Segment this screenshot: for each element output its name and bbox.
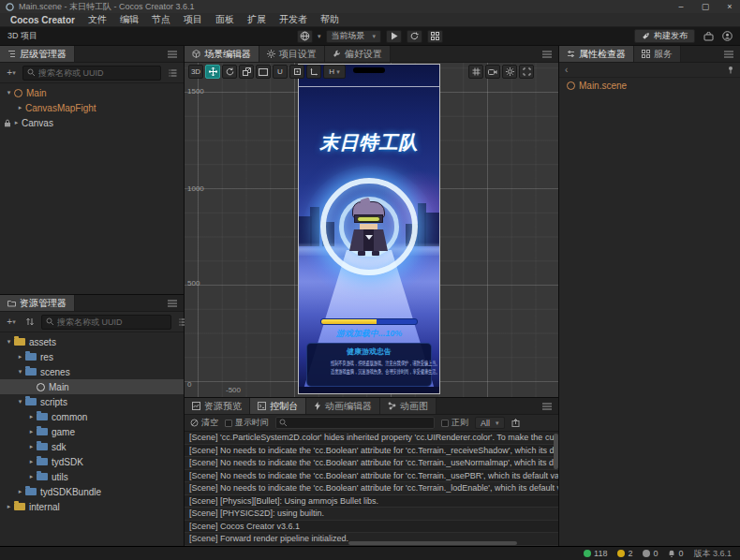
create-node-button[interactable]: +▾: [4, 66, 19, 81]
tree-arrow-icon[interactable]: ▸: [26, 413, 37, 420]
asset-row-sdk[interactable]: ▸sdk: [0, 439, 184, 454]
tab-animation-editor[interactable]: 动画编辑器: [306, 398, 380, 414]
asset-row-tydsdk[interactable]: ▸tydSDK: [0, 454, 184, 469]
tree-arrow-icon[interactable]: ▸: [26, 428, 37, 435]
log-row[interactable]: [Scene] [Physics][Bullet]: Using ammojs …: [185, 495, 558, 508]
tab-menu-button[interactable]: [536, 398, 558, 414]
pivot-mode-button[interactable]: [289, 65, 304, 79]
hierarchy-menu-button[interactable]: [161, 46, 184, 62]
notification-count[interactable]: 0: [668, 549, 683, 558]
menu-item-cocos-creator[interactable]: Cocos Creator: [4, 13, 81, 26]
warning-count[interactable]: 2: [617, 549, 632, 558]
asset-row-utils[interactable]: ▸utils: [0, 469, 184, 484]
nav-back-button[interactable]: ‹: [565, 65, 568, 75]
tab-preferences[interactable]: 偏好设置: [325, 46, 391, 62]
asset-row-assets[interactable]: ▾assets: [0, 334, 184, 349]
tab-menu-button[interactable]: [536, 46, 558, 62]
tab-menu-button[interactable]: [718, 46, 740, 62]
store-icon[interactable]: [703, 32, 714, 41]
tree-arrow-icon[interactable]: ▸: [4, 503, 14, 510]
hierarchy-row-canvas[interactable]: ▸Canvas: [0, 115, 184, 130]
scene-select[interactable]: 当前场景▾: [326, 30, 382, 43]
console-horizontal-scrollbar[interactable]: [348, 541, 517, 545]
rect-tool-button[interactable]: [256, 65, 271, 79]
checkbox[interactable]: [225, 420, 232, 427]
console-vertical-scrollbar[interactable]: [554, 434, 558, 469]
log-row[interactable]: [Scene] No needs to indicate the 'cc.Boo…: [185, 457, 558, 470]
multi-device-preview-button[interactable]: [427, 30, 443, 43]
tab-scene-editor[interactable]: 场景编辑器: [185, 46, 259, 62]
checkbox[interactable]: [441, 420, 449, 427]
move-tool-button[interactable]: [205, 65, 220, 79]
grid-visibility-button[interactable]: [468, 65, 483, 79]
asset-row-scripts[interactable]: ▾scripts: [0, 394, 184, 409]
preview-platform-caret[interactable]: ▾: [318, 33, 321, 40]
menu-item-edit[interactable]: 编辑: [113, 13, 145, 26]
menu-item-file[interactable]: 文件: [81, 13, 113, 26]
menu-item-help[interactable]: 帮助: [314, 13, 346, 26]
log-row[interactable]: [Scene] 'cc.ParticleSystem2D.color' hide…: [185, 432, 558, 445]
coordinate-mode-button[interactable]: [306, 65, 321, 79]
asset-row-game[interactable]: ▸game: [0, 424, 184, 439]
tab-inspector[interactable]: 属性检查器: [559, 46, 634, 62]
tree-arrow-icon[interactable]: ▸: [15, 353, 25, 361]
play-button[interactable]: [386, 30, 402, 43]
maximize-button[interactable]: ▢: [701, 2, 710, 11]
minimize-button[interactable]: –: [676, 2, 686, 11]
menu-item-node[interactable]: 节点: [145, 13, 177, 26]
asset-row-scenes[interactable]: ▾scenes: [0, 364, 184, 379]
log-row[interactable]: [Scene] No needs to indicate the 'cc.Boo…: [185, 482, 558, 495]
pin-icon[interactable]: [727, 66, 734, 74]
camera-preview-button[interactable]: [485, 65, 500, 79]
asset-row-res[interactable]: ▸res: [0, 349, 184, 364]
menu-item-extension[interactable]: 扩展: [241, 13, 273, 26]
console-search-input[interactable]: [290, 419, 431, 428]
menu-item-developer[interactable]: 开发者: [273, 13, 314, 26]
reload-button[interactable]: [407, 30, 422, 43]
hierarchy-filter-button[interactable]: [165, 66, 180, 81]
tree-arrow-icon[interactable]: ▸: [15, 488, 25, 495]
regex-toggle[interactable]: 正则: [441, 417, 468, 429]
tree-arrow-icon[interactable]: ▸: [26, 458, 37, 465]
asset-row-main-scene[interactable]: Main: [0, 379, 184, 394]
toggle-3d-button[interactable]: 3D: [188, 65, 203, 79]
menu-item-panel[interactable]: 面板: [209, 13, 241, 26]
user-avatar-icon[interactable]: [722, 31, 733, 41]
log-row[interactable]: [Scene] No needs to indicate the 'cc.Boo…: [185, 445, 558, 458]
rotate-tool-button[interactable]: [222, 65, 237, 79]
tree-arrow-icon[interactable]: ▸: [26, 473, 37, 480]
tree-arrow-icon[interactable]: ▾: [15, 398, 25, 405]
tab-project-settings[interactable]: 项目设置: [259, 46, 325, 62]
asset-row-tydsdkbundle[interactable]: ▸tydSDKBundle: [0, 484, 184, 499]
tab-asset-preview[interactable]: 资源预览: [185, 398, 250, 414]
tree-arrow-icon[interactable]: ▸: [15, 104, 25, 111]
ui-transform-tool-button[interactable]: U: [273, 65, 288, 79]
hierarchy-row-main[interactable]: ▾Main: [0, 85, 184, 100]
hierarchy-row-canvasmapfight[interactable]: ▸CanvasMapFight: [0, 100, 184, 115]
tree-arrow-icon[interactable]: ▾: [4, 338, 14, 346]
tab-hierarchy[interactable]: 层级管理器: [0, 46, 75, 62]
tab-console[interactable]: 控制台: [250, 398, 306, 414]
preview-platform-button[interactable]: [297, 30, 313, 43]
tab-assets[interactable]: 资源管理器: [0, 295, 75, 311]
scene-viewport[interactable]: 3D U H▾ 150010005000-500: [185, 63, 558, 397]
log-row[interactable]: [Scene] No needs to indicate the 'cc.Boo…: [185, 470, 558, 483]
tab-animation-graph[interactable]: 动画图: [380, 398, 437, 414]
inspector-scene-row[interactable]: Main.scene: [559, 78, 740, 94]
tree-arrow-icon[interactable]: ▾: [15, 368, 25, 376]
log-row[interactable]: [Scene] [PHYSICS2D]: using builtin.: [185, 508, 558, 521]
build-publish-button[interactable]: 构建发布: [634, 29, 695, 43]
assets-search-input[interactable]: [57, 317, 167, 327]
tree-arrow-icon[interactable]: ▸: [26, 443, 37, 450]
asset-row-internal[interactable]: ▸internal: [0, 499, 184, 514]
asset-row-common[interactable]: ▸common: [0, 409, 184, 424]
scale-tool-button[interactable]: [239, 65, 254, 79]
log-level-select[interactable]: All ▾: [475, 417, 505, 429]
clear-console-button[interactable]: 清空: [190, 417, 218, 429]
log-row[interactable]: [Scene] Cocos Creator v3.6.1: [185, 521, 558, 534]
create-asset-button[interactable]: +▾: [4, 315, 19, 330]
info-count[interactable]: 118: [584, 549, 607, 558]
view-settings-button[interactable]: [502, 65, 517, 79]
handle-mode-dropdown[interactable]: H▾: [323, 65, 346, 79]
hierarchy-search-input[interactable]: [38, 68, 156, 78]
